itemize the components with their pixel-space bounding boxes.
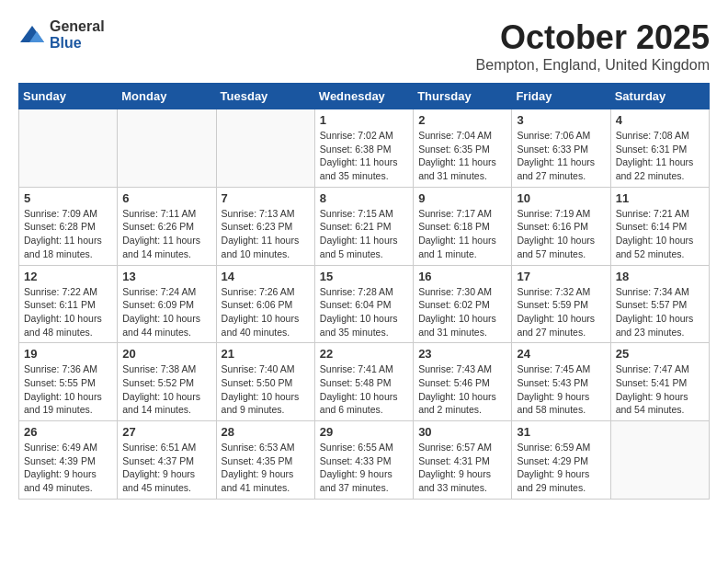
day-info: Sunrise: 7:19 AM Sunset: 6:16 PM Dayligh… bbox=[517, 207, 605, 261]
weekday-header-friday: Friday bbox=[512, 84, 610, 109]
calendar-cell: 12Sunrise: 7:22 AM Sunset: 6:11 PM Dayli… bbox=[19, 265, 118, 343]
day-info: Sunrise: 7:45 AM Sunset: 5:43 PM Dayligh… bbox=[517, 362, 605, 417]
day-number: 27 bbox=[122, 425, 210, 439]
calendar-cell bbox=[19, 109, 118, 188]
day-info: Sunrise: 6:49 AM Sunset: 4:39 PM Dayligh… bbox=[24, 441, 112, 495]
day-info: Sunrise: 6:51 AM Sunset: 4:37 PM Dayligh… bbox=[122, 441, 210, 495]
calendar-cell: 19Sunrise: 7:36 AM Sunset: 5:55 PM Dayli… bbox=[19, 343, 118, 421]
day-number: 29 bbox=[320, 425, 408, 439]
calendar-cell: 23Sunrise: 7:43 AM Sunset: 5:46 PM Dayli… bbox=[414, 343, 512, 421]
calendar-cell: 16Sunrise: 7:30 AM Sunset: 6:02 PM Dayli… bbox=[414, 265, 512, 343]
calendar-cell: 10Sunrise: 7:19 AM Sunset: 6:16 PM Dayli… bbox=[512, 187, 610, 265]
week-row-2: 5Sunrise: 7:09 AM Sunset: 6:28 PM Daylig… bbox=[19, 187, 710, 265]
day-number: 7 bbox=[222, 191, 310, 205]
day-info: Sunrise: 7:09 AM Sunset: 6:28 PM Dayligh… bbox=[24, 207, 112, 261]
day-info: Sunrise: 7:32 AM Sunset: 5:59 PM Dayligh… bbox=[517, 285, 605, 339]
day-number: 9 bbox=[418, 191, 506, 205]
calendar-cell: 13Sunrise: 7:24 AM Sunset: 6:09 PM Dayli… bbox=[118, 265, 216, 343]
day-info: Sunrise: 7:36 AM Sunset: 5:55 PM Dayligh… bbox=[24, 362, 112, 417]
day-number: 30 bbox=[418, 425, 506, 439]
day-info: Sunrise: 6:59 AM Sunset: 4:29 PM Dayligh… bbox=[517, 441, 605, 495]
day-info: Sunrise: 7:26 AM Sunset: 6:06 PM Dayligh… bbox=[222, 285, 310, 339]
day-number: 21 bbox=[222, 347, 310, 361]
week-row-3: 12Sunrise: 7:22 AM Sunset: 6:11 PM Dayli… bbox=[19, 265, 710, 343]
calendar-cell: 22Sunrise: 7:41 AM Sunset: 5:48 PM Dayli… bbox=[314, 343, 413, 421]
day-number: 10 bbox=[517, 191, 605, 205]
day-number: 13 bbox=[122, 270, 210, 283]
day-number: 25 bbox=[616, 347, 704, 361]
day-number: 3 bbox=[517, 113, 605, 127]
day-number: 1 bbox=[320, 113, 408, 127]
calendar-cell bbox=[610, 421, 709, 500]
day-info: Sunrise: 7:21 AM Sunset: 6:14 PM Dayligh… bbox=[616, 207, 704, 261]
day-info: Sunrise: 7:43 AM Sunset: 5:46 PM Dayligh… bbox=[418, 362, 506, 417]
day-number: 31 bbox=[517, 425, 605, 439]
weekday-header-saturday: Saturday bbox=[610, 84, 709, 109]
day-number: 14 bbox=[222, 270, 310, 283]
day-info: Sunrise: 6:53 AM Sunset: 4:35 PM Dayligh… bbox=[222, 441, 310, 495]
title-section: October 2025 Bempton, England, United Ki… bbox=[476, 18, 710, 74]
logo: General Blue bbox=[18, 18, 105, 52]
calendar-cell: 26Sunrise: 6:49 AM Sunset: 4:39 PM Dayli… bbox=[19, 421, 118, 500]
day-info: Sunrise: 7:38 AM Sunset: 5:52 PM Dayligh… bbox=[122, 362, 210, 417]
day-info: Sunrise: 7:30 AM Sunset: 6:02 PM Dayligh… bbox=[418, 285, 506, 339]
calendar-cell: 17Sunrise: 7:32 AM Sunset: 5:59 PM Dayli… bbox=[512, 265, 610, 343]
day-number: 22 bbox=[320, 347, 408, 361]
calendar-cell: 25Sunrise: 7:47 AM Sunset: 5:41 PM Dayli… bbox=[610, 343, 709, 421]
calendar-cell: 29Sunrise: 6:55 AM Sunset: 4:33 PM Dayli… bbox=[314, 421, 413, 500]
day-number: 11 bbox=[616, 191, 704, 205]
day-number: 23 bbox=[418, 347, 506, 361]
logo-blue: Blue bbox=[50, 35, 82, 51]
day-number: 26 bbox=[24, 425, 112, 439]
calendar-cell: 7Sunrise: 7:13 AM Sunset: 6:23 PM Daylig… bbox=[216, 187, 314, 265]
calendar-cell: 14Sunrise: 7:26 AM Sunset: 6:06 PM Dayli… bbox=[216, 265, 314, 343]
calendar-cell: 2Sunrise: 7:04 AM Sunset: 6:35 PM Daylig… bbox=[414, 109, 512, 188]
calendar-cell bbox=[118, 109, 216, 188]
calendar-cell: 31Sunrise: 6:59 AM Sunset: 4:29 PM Dayli… bbox=[512, 421, 610, 500]
day-number: 17 bbox=[517, 270, 605, 283]
calendar-cell: 6Sunrise: 7:11 AM Sunset: 6:26 PM Daylig… bbox=[118, 187, 216, 265]
day-number: 16 bbox=[418, 270, 506, 283]
day-info: Sunrise: 7:02 AM Sunset: 6:38 PM Dayligh… bbox=[320, 129, 408, 183]
calendar-cell: 3Sunrise: 7:06 AM Sunset: 6:33 PM Daylig… bbox=[512, 109, 610, 188]
day-info: Sunrise: 7:08 AM Sunset: 6:31 PM Dayligh… bbox=[616, 129, 704, 183]
day-info: Sunrise: 7:24 AM Sunset: 6:09 PM Dayligh… bbox=[122, 285, 210, 339]
calendar-cell: 30Sunrise: 6:57 AM Sunset: 4:31 PM Dayli… bbox=[414, 421, 512, 500]
weekday-header-tuesday: Tuesday bbox=[216, 84, 314, 109]
day-number: 12 bbox=[24, 270, 112, 283]
day-info: Sunrise: 7:47 AM Sunset: 5:41 PM Dayligh… bbox=[616, 362, 704, 417]
day-info: Sunrise: 7:41 AM Sunset: 5:48 PM Dayligh… bbox=[320, 362, 408, 417]
day-info: Sunrise: 7:11 AM Sunset: 6:26 PM Dayligh… bbox=[122, 207, 210, 261]
day-info: Sunrise: 7:15 AM Sunset: 6:21 PM Dayligh… bbox=[320, 207, 408, 261]
day-number: 28 bbox=[222, 425, 310, 439]
calendar-cell: 9Sunrise: 7:17 AM Sunset: 6:18 PM Daylig… bbox=[414, 187, 512, 265]
logo-general: General bbox=[50, 18, 105, 34]
calendar-cell: 20Sunrise: 7:38 AM Sunset: 5:52 PM Dayli… bbox=[118, 343, 216, 421]
calendar-cell bbox=[216, 109, 314, 188]
week-row-4: 19Sunrise: 7:36 AM Sunset: 5:55 PM Dayli… bbox=[19, 343, 710, 421]
calendar-cell: 8Sunrise: 7:15 AM Sunset: 6:21 PM Daylig… bbox=[314, 187, 413, 265]
logo-text: General Blue bbox=[50, 18, 105, 52]
weekday-header-wednesday: Wednesday bbox=[314, 84, 413, 109]
calendar-cell: 15Sunrise: 7:28 AM Sunset: 6:04 PM Dayli… bbox=[314, 265, 413, 343]
month-title: October 2025 bbox=[476, 18, 710, 57]
day-number: 5 bbox=[24, 191, 112, 205]
calendar-cell: 24Sunrise: 7:45 AM Sunset: 5:43 PM Dayli… bbox=[512, 343, 610, 421]
calendar-table: SundayMondayTuesdayWednesdayThursdayFrid… bbox=[18, 83, 710, 500]
calendar-cell: 28Sunrise: 6:53 AM Sunset: 4:35 PM Dayli… bbox=[216, 421, 314, 500]
day-number: 6 bbox=[122, 191, 210, 205]
weekday-header-row: SundayMondayTuesdayWednesdayThursdayFrid… bbox=[19, 84, 710, 109]
location-title: Bempton, England, United Kingdom bbox=[476, 57, 710, 74]
day-number: 4 bbox=[616, 113, 704, 127]
calendar-cell: 21Sunrise: 7:40 AM Sunset: 5:50 PM Dayli… bbox=[216, 343, 314, 421]
day-number: 24 bbox=[517, 347, 605, 361]
weekday-header-sunday: Sunday bbox=[19, 84, 118, 109]
day-info: Sunrise: 7:34 AM Sunset: 5:57 PM Dayligh… bbox=[616, 285, 704, 339]
week-row-5: 26Sunrise: 6:49 AM Sunset: 4:39 PM Dayli… bbox=[19, 421, 710, 500]
day-number: 19 bbox=[24, 347, 112, 361]
day-info: Sunrise: 6:57 AM Sunset: 4:31 PM Dayligh… bbox=[418, 441, 506, 495]
calendar-cell: 4Sunrise: 7:08 AM Sunset: 6:31 PM Daylig… bbox=[610, 109, 709, 188]
calendar-cell: 1Sunrise: 7:02 AM Sunset: 6:38 PM Daylig… bbox=[314, 109, 413, 188]
weekday-header-thursday: Thursday bbox=[414, 84, 512, 109]
day-info: Sunrise: 7:06 AM Sunset: 6:33 PM Dayligh… bbox=[517, 129, 605, 183]
